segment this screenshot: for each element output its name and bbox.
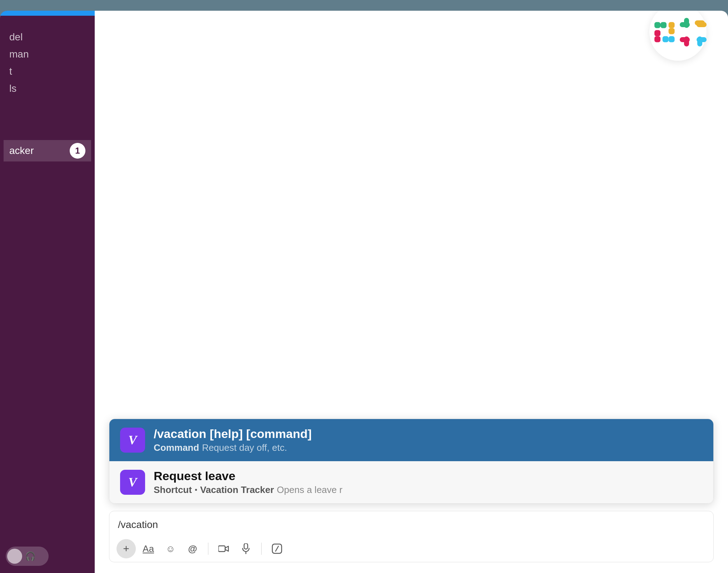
message-input-container: /vacation + Aa ☺ @ [109,511,714,562]
svg-rect-10 [244,543,248,549]
command-text-2: Request leave [154,469,342,483]
toggle-circle [7,549,22,564]
meta-type-2: Shortcut [154,484,192,495]
autocomplete-item-vacation-command[interactable]: V /vacation [help] [command] Command Req… [109,419,713,461]
command-text: /vacation [help] [command] [154,427,312,441]
svg-rect-6 [669,36,675,42]
microphone-icon [242,543,250,554]
vacation-tracker-icon-2: V [120,470,145,495]
toolbar-separator-2 [261,543,262,555]
command-meta: Command Request day off, etc. [154,442,312,453]
vacation-tracker-icon: V [120,428,145,453]
meta-desc: Request day off, etc. [202,442,287,453]
autocomplete-item-text-2: Request leave Shortcut • Vacation Tracke… [154,469,342,495]
video-button[interactable] [214,539,233,558]
video-camera-icon [218,545,229,553]
slack-logo-icon [649,16,680,48]
sidebar-item-man[interactable]: man [4,46,91,63]
sidebar-item-tracker[interactable]: acker 1 [4,140,91,161]
audio-button[interactable] [236,539,256,558]
sidebar-top-bar [0,11,95,16]
svg-rect-7 [663,36,669,42]
format-button[interactable]: Aa [139,539,158,558]
add-button[interactable]: + [117,539,136,558]
svg-rect-9 [218,546,225,552]
main-content: V /vacation [help] [command] Command Req… [95,11,728,573]
headphone-icon: 🎧 [25,551,36,561]
sidebar-item-ls[interactable]: ls [4,80,91,97]
svg-line-13 [276,546,278,551]
svg-rect-4 [654,36,660,42]
message-toolbar: + Aa ☺ @ [109,535,713,562]
meta-type: Command [154,442,199,453]
slash-command-icon [272,543,282,554]
unread-badge: 1 [70,143,85,159]
svg-rect-1 [660,22,667,28]
autocomplete-dropdown: V /vacation [help] [command] Command Req… [109,419,714,504]
svg-rect-2 [669,22,675,28]
svg-rect-3 [669,28,675,34]
autocomplete-item-text: /vacation [help] [command] Command Reque… [154,427,312,453]
autocomplete-item-request-leave[interactable]: V Request leave Shortcut • Vacation Trac… [109,461,713,503]
meta-desc-2: Opens a leave r [277,484,343,495]
sidebar-item-t[interactable]: t [4,63,91,80]
svg-rect-0 [654,22,660,28]
toggle-switch[interactable]: 🎧 [6,547,49,566]
message-input-text[interactable]: /vacation [109,511,713,535]
svg-rect-5 [654,30,660,36]
main-window: del man t ls acker 1 🎧 [0,11,728,573]
mention-button[interactable]: @ [183,539,202,558]
chat-area: V /vacation [help] [command] Command Req… [95,11,728,573]
meta-app: Vacation Tracker [200,484,274,495]
sidebar-bottom: 🎧 [0,539,95,573]
slash-button[interactable] [267,539,287,558]
emoji-button[interactable]: ☺ [161,539,180,558]
toolbar-separator-1 [208,543,208,555]
sidebar: del man t ls acker 1 🎧 [0,11,95,573]
sidebar-item-del[interactable]: del [4,29,91,46]
command-meta-2: Shortcut • Vacation Tracker Opens a leav… [154,484,342,495]
